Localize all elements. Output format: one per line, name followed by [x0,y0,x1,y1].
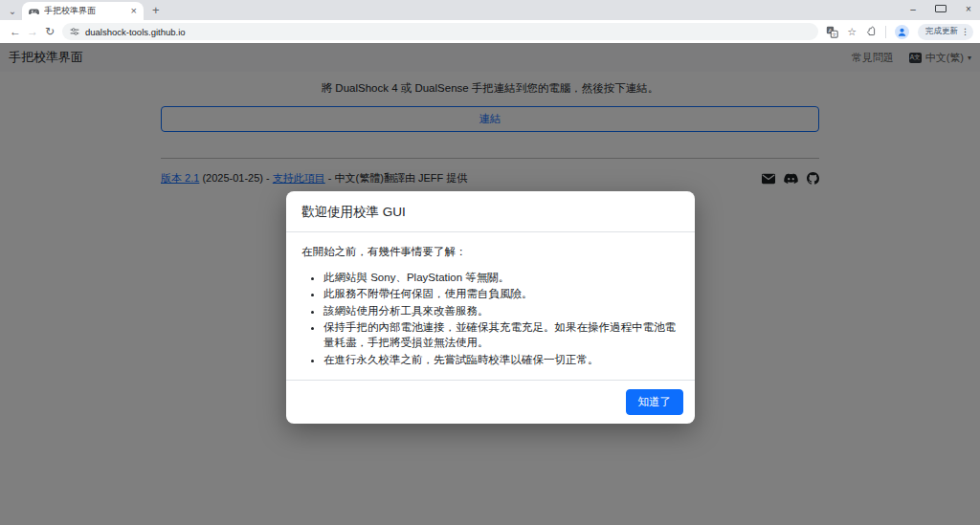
new-tab-button[interactable]: + [152,3,160,17]
browser-tab-strip: ⌄ 手把校準界面 × + – × [0,0,980,20]
toolbar-divider [885,26,886,38]
browser-toolbar: ← → ↻ dualshock-tools.github.io A文 ☆ 完成更… [0,20,980,43]
toolbar-actions: A文 ☆ 完成更新 ⋮ [826,24,973,40]
update-label: 完成更新 [925,26,958,37]
translate-icon[interactable]: A文 [826,26,838,38]
dialog-footer: 知道了 [286,380,695,424]
url-text: dualshock-tools.github.io [85,27,186,37]
url-bar[interactable]: dualshock-tools.github.io [62,23,818,40]
list-item: 保持手把的內部電池連接，並確保其充電充足。如果在操作過程中電池電量耗盡，手把將受… [323,319,679,351]
tab-close-icon[interactable]: × [131,6,137,16]
tab-search-icon[interactable]: ⌄ [5,3,20,18]
dialog-body: 在開始之前，有幾件事情要了解： 此網站與 Sony、PlayStation 等無… [286,232,695,380]
site-settings-icon[interactable] [70,27,79,36]
dialog-header: 歡迎使用校準 GUI [286,191,695,232]
maximize-button[interactable] [935,5,947,12]
dialog-bullet-list: 此網站與 Sony、PlayStation 等無關。 此服務不附帶任何保固，使用… [301,270,679,367]
more-menu-icon: ⋮ [961,27,969,36]
close-window-button[interactable]: × [963,4,974,14]
list-item: 此服務不附帶任何保固，使用需自負風險。 [323,286,679,301]
dialog-title: 歡迎使用校準 GUI [301,204,679,221]
welcome-dialog: 歡迎使用校準 GUI 在開始之前，有幾件事情要了解： 此網站與 Sony、Pla… [286,191,695,424]
list-item: 在進行永久校準之前，先嘗試臨時校準以確保一切正常。 [323,352,679,367]
tab-title: 手把校準界面 [44,5,131,17]
page-viewport: 手把校準界面 常見問題 A文 中文(繁) ▾ 將 DualShock 4 或 D… [0,43,980,525]
browser-tab[interactable]: 手把校準界面 × [22,2,144,20]
svg-text:文: 文 [832,31,836,36]
ok-button[interactable]: 知道了 [626,389,684,415]
window-controls: – × [907,0,974,17]
gamepad-favicon-icon [29,6,39,16]
bookmark-star-icon[interactable]: ☆ [847,26,857,38]
maximize-icon [935,5,947,12]
list-item: 該網站使用分析工具來改善服務。 [323,303,679,318]
profile-avatar[interactable] [895,25,909,39]
dialog-intro: 在開始之前，有幾件事情要了解： [301,245,679,259]
forward-button[interactable]: → [24,25,41,38]
list-item: 此網站與 Sony、PlayStation 等無關。 [323,270,679,285]
extensions-icon[interactable] [865,26,877,37]
back-button[interactable]: ← [7,25,24,38]
chrome-update-menu-button[interactable]: 完成更新 ⋮ [918,24,973,40]
minimize-button[interactable]: – [907,4,919,14]
refresh-button[interactable]: ↻ [41,25,58,38]
